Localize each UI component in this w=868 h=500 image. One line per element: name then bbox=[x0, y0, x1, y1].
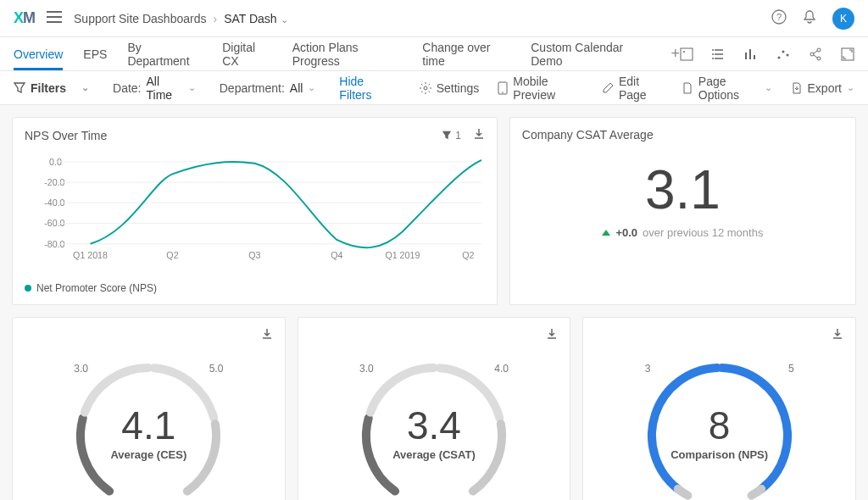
export-button[interactable]: Export ⌄ bbox=[791, 81, 854, 95]
svg-point-8 bbox=[782, 50, 785, 53]
svg-point-3 bbox=[683, 51, 685, 53]
gauge-value: 4.1 bbox=[121, 403, 175, 448]
csat-delta-text: over previous 12 months bbox=[643, 226, 763, 239]
help-icon[interactable]: ? bbox=[771, 9, 787, 27]
chevron-right-icon: › bbox=[213, 12, 217, 25]
svg-point-4 bbox=[712, 49, 714, 51]
gear-icon bbox=[420, 82, 431, 94]
gauge-label: Comparison (NPS) bbox=[670, 448, 768, 461]
download-icon[interactable] bbox=[832, 328, 843, 342]
svg-point-10 bbox=[817, 48, 821, 52]
download-icon[interactable] bbox=[473, 128, 485, 142]
tab-custom-calendar[interactable]: Custom Calendar Demo bbox=[531, 37, 650, 70]
tab-digital-cx[interactable]: Digital CX bbox=[222, 37, 272, 70]
svg-text:Q2: Q2 bbox=[462, 250, 474, 260]
gauge-tick: 3.0 bbox=[74, 363, 88, 375]
gauge-value: 3.4 bbox=[407, 403, 461, 448]
page-options-button[interactable]: Page Options ⌄ bbox=[682, 75, 772, 102]
svg-point-12 bbox=[817, 57, 821, 60]
svg-rect-2 bbox=[681, 48, 693, 60]
export-icon bbox=[791, 82, 803, 94]
dashboard-tabs: Overview EPS By Department Digital CX Ac… bbox=[14, 37, 680, 70]
pencil-icon bbox=[602, 82, 614, 94]
avatar[interactable]: K bbox=[832, 8, 854, 30]
filters-button[interactable]: Filters ⌄ bbox=[14, 81, 89, 95]
expand-icon[interactable] bbox=[841, 47, 854, 61]
gauge-card-0: 4.1Average (CES)3.05.01.07.0 bbox=[12, 317, 286, 500]
breadcrumb-current[interactable]: SAT Dash⌄ bbox=[224, 12, 288, 25]
tab-by-department[interactable]: By Department bbox=[127, 37, 202, 70]
svg-text:Q2: Q2 bbox=[166, 250, 178, 260]
chart-view-icon[interactable] bbox=[744, 47, 758, 61]
card-view-icon[interactable] bbox=[680, 47, 693, 61]
edit-page-button[interactable]: Edit Page bbox=[602, 75, 663, 102]
add-tab-button[interactable]: + bbox=[671, 45, 681, 63]
gauge-tick: 5.0 bbox=[209, 363, 224, 375]
svg-text:Q4: Q4 bbox=[331, 250, 342, 260]
trend-up-icon bbox=[602, 230, 610, 236]
csat-average-card: Company CSAT Average 3.1 +0.0 over previ… bbox=[509, 117, 856, 305]
funnel-icon bbox=[14, 82, 25, 94]
gauge-value: 8 bbox=[709, 403, 731, 448]
share-icon[interactable] bbox=[809, 47, 822, 61]
gauge-tick: 5 bbox=[788, 363, 794, 375]
card-filter-indicator[interactable]: 1 bbox=[442, 130, 461, 142]
mobile-icon bbox=[498, 81, 508, 95]
tab-overview[interactable]: Overview bbox=[14, 37, 63, 70]
svg-point-9 bbox=[787, 53, 789, 56]
card-title: NPS Over Time bbox=[25, 129, 107, 142]
legend-dot bbox=[25, 285, 31, 292]
nps-over-time-card: NPS Over Time 1 0.0 -20.0 -40.0 -60.0 -8… bbox=[12, 117, 498, 305]
svg-point-6 bbox=[712, 58, 714, 59]
gauge-label: Average (CSAT) bbox=[392, 448, 476, 461]
svg-point-7 bbox=[778, 56, 781, 58]
chart-legend: Net Promoter Score (NPS) bbox=[25, 282, 485, 294]
tab-eps[interactable]: EPS bbox=[83, 37, 107, 70]
list-view-icon[interactable] bbox=[712, 47, 726, 61]
xm-logo: XM bbox=[14, 9, 35, 27]
csat-delta: +0.0 bbox=[615, 226, 637, 239]
filter-department[interactable]: Department: All ⌄ bbox=[220, 81, 316, 95]
gauge-tick: 3.0 bbox=[359, 363, 374, 375]
card-title: Company CSAT Average bbox=[522, 128, 654, 142]
nps-line-chart: 0.0 -20.0 -40.0 -60.0 -80.0 Q1 2018 Q2 Q… bbox=[25, 147, 485, 275]
scatter-view-icon[interactable] bbox=[776, 47, 790, 61]
hide-filters-link[interactable]: Hide Filters bbox=[339, 75, 395, 102]
download-icon[interactable] bbox=[546, 328, 558, 342]
tab-action-plans[interactable]: Action Plans Progress bbox=[292, 37, 403, 70]
svg-text:Q1 2018: Q1 2018 bbox=[73, 250, 108, 260]
breadcrumb: Support Site Dashboards › SAT Dash⌄ bbox=[74, 12, 288, 25]
svg-point-11 bbox=[810, 53, 814, 56]
breadcrumb-parent[interactable]: Support Site Dashboards bbox=[74, 12, 206, 25]
menu-icon[interactable] bbox=[47, 11, 62, 25]
tab-change-over-time[interactable]: Change over time bbox=[422, 37, 510, 70]
gauge-tick: 4.0 bbox=[494, 363, 509, 375]
svg-point-5 bbox=[712, 53, 714, 55]
svg-text:Q3: Q3 bbox=[248, 250, 260, 260]
settings-button[interactable]: Settings bbox=[420, 81, 480, 95]
bell-icon[interactable] bbox=[802, 9, 817, 27]
filter-date[interactable]: Date: All Time ⌄ bbox=[113, 75, 196, 102]
svg-text:?: ? bbox=[776, 12, 782, 22]
gauge-label: Average (CES) bbox=[110, 448, 186, 461]
gauge-tick: 3 bbox=[645, 363, 651, 375]
page-icon bbox=[682, 82, 693, 94]
svg-point-16 bbox=[503, 92, 504, 93]
svg-point-14 bbox=[424, 86, 427, 90]
download-icon[interactable] bbox=[261, 328, 273, 342]
gauge-card-1: 3.4Average (CSAT)3.04.01.06.0 bbox=[298, 317, 571, 500]
svg-text:Q1 2019: Q1 2019 bbox=[385, 250, 420, 260]
csat-value: 3.1 bbox=[645, 158, 721, 221]
mobile-preview-button[interactable]: Mobile Preview bbox=[498, 75, 583, 102]
gauge-card-2: 8Comparison (NPS)3517 bbox=[582, 317, 856, 500]
